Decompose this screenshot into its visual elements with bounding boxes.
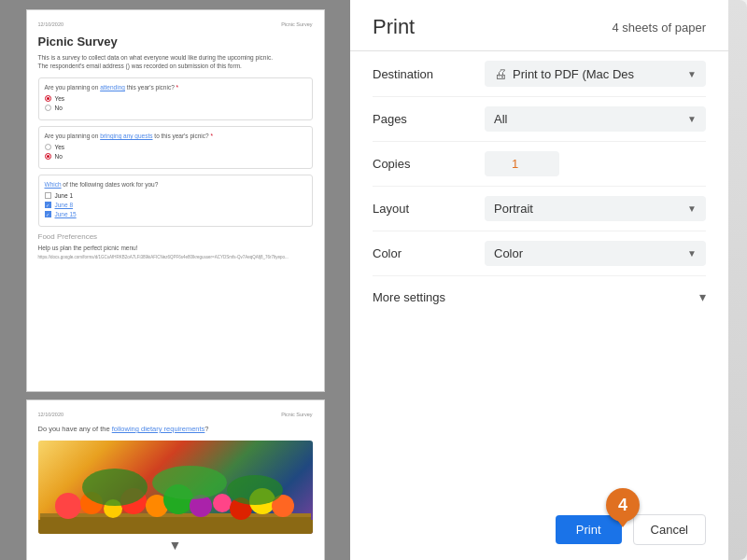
sheets-info: 4 sheets of paper xyxy=(613,21,706,35)
svg-point-14 xyxy=(152,466,227,499)
pages-value: All xyxy=(494,112,507,126)
q2-option-no: No xyxy=(45,153,306,160)
print-settings: Destination 🖨 Print to PDF (Mac Des ▼ Pa… xyxy=(350,51,728,499)
page-2-preview: 12/10/2020 Picnic Survey Do you have any… xyxy=(26,399,325,560)
question-1-box: Are you planning on attending this year'… xyxy=(38,77,313,120)
copies-input[interactable] xyxy=(485,151,559,176)
q3-june8-label: June 8 xyxy=(55,202,74,208)
pages-dropdown-arrow: ▼ xyxy=(687,114,697,124)
q3-june8-checkbox xyxy=(45,202,51,208)
color-dropdown[interactable]: Color ▼ xyxy=(485,241,706,266)
page1-date: 12/10/2020 xyxy=(38,21,64,27)
layout-dropdown[interactable]: Portrait ▼ xyxy=(485,196,706,221)
q3-june1-label: June 1 xyxy=(55,192,74,199)
svg-point-13 xyxy=(82,469,148,506)
q3-june15-checkbox xyxy=(45,211,51,217)
badge-container: 4 xyxy=(606,488,640,522)
copies-label: Copies xyxy=(373,157,485,171)
destination-dropdown[interactable]: 🖨 Print to PDF (Mac Des ▼ xyxy=(485,61,706,87)
color-row: Color Color ▼ xyxy=(373,231,706,276)
pages-row: Pages All ▼ xyxy=(373,97,706,142)
color-value: Color xyxy=(494,246,523,260)
question-2-text: Are you planning on bringing any guests … xyxy=(45,133,306,139)
q1-no-label: No xyxy=(55,105,63,111)
svg-rect-0 xyxy=(40,515,311,534)
print-footer: 4 Print Cancel xyxy=(350,499,728,560)
page-1-preview: 12/10/2020 Picnic Survey Picnic Survey T… xyxy=(26,9,325,392)
question-3-box: Which of the following dates work for yo… xyxy=(38,175,313,227)
layout-row: Layout Portrait ▼ xyxy=(373,187,706,231)
q2-no-radio xyxy=(45,153,51,160)
q1-option-no: No xyxy=(45,105,306,111)
destination-row: Destination 🖨 Print to PDF (Mac Des ▼ xyxy=(373,51,706,97)
q3-june15-label: June 15 xyxy=(55,211,77,217)
svg-point-2 xyxy=(55,493,81,519)
page1-url: https://docs.google.com/forms/d/1GCsAfHR… xyxy=(38,255,313,259)
destination-control: 🖨 Print to PDF (Mac Des ▼ xyxy=(485,61,706,87)
more-settings-row[interactable]: More settings ▾ xyxy=(373,276,706,317)
question-2-box: Are you planning on bringing any guests … xyxy=(38,126,313,169)
printer-icon: 🖨 xyxy=(494,66,507,81)
pages-label: Pages xyxy=(373,112,485,126)
dietary-question-text: Do you have any of the following dietary… xyxy=(38,425,313,433)
q1-yes-label: Yes xyxy=(55,95,65,102)
sheets-badge: 4 xyxy=(606,488,640,522)
q2-yes-radio xyxy=(45,144,51,150)
svg-point-15 xyxy=(227,475,283,505)
destination-label: Destination xyxy=(373,67,485,81)
survey-subtitle1: This is a survey to collect data on what… xyxy=(38,54,313,61)
survey-title: Picnic Survey xyxy=(38,35,313,49)
document-preview-panel: 12/10/2020 Picnic Survey Picnic Survey T… xyxy=(0,0,350,560)
q1-yes-radio xyxy=(45,95,51,102)
food-section-title: Food Preferences xyxy=(38,232,313,241)
survey-subtitle2: The respondent's email address () was re… xyxy=(38,63,313,69)
color-dropdown-arrow: ▼ xyxy=(687,248,697,259)
right-edge-decoration xyxy=(728,0,747,560)
copies-row: Copies xyxy=(373,142,706,187)
more-settings-chevron: ▾ xyxy=(699,289,706,304)
copies-control xyxy=(485,151,706,176)
print-panel: Print 4 sheets of paper Destination 🖨 Pr… xyxy=(350,0,728,560)
q2-yes-label: Yes xyxy=(55,144,65,150)
q2-option-yes: Yes xyxy=(45,144,306,150)
layout-label: Layout xyxy=(373,202,485,216)
destination-dropdown-arrow: ▼ xyxy=(687,69,697,79)
question-1-text: Are you planning on attending this year'… xyxy=(45,84,306,91)
q2-no-label: No xyxy=(55,153,63,160)
page2-date: 12/10/2020 xyxy=(38,412,64,417)
q1-option-yes: Yes xyxy=(45,95,306,102)
q3-option-june8: June 8 xyxy=(45,202,306,208)
fruit-image xyxy=(38,441,313,534)
scroll-down-arrow[interactable]: ▼ xyxy=(169,538,182,553)
q3-june1-checkbox xyxy=(45,192,51,199)
svg-point-9 xyxy=(213,494,232,512)
layout-control: Portrait ▼ xyxy=(485,196,706,221)
q3-option-june15: June 15 xyxy=(45,211,306,217)
q3-option-june1: June 1 xyxy=(45,192,306,199)
color-label: Color xyxy=(373,246,485,260)
print-title: Print xyxy=(373,15,415,39)
page1-survey-name: Picnic Survey xyxy=(281,21,312,27)
layout-dropdown-arrow: ▼ xyxy=(687,203,697,214)
food-help-text: Help us plan the perfect picnic menu! xyxy=(38,245,313,251)
q1-no-radio xyxy=(45,105,51,111)
color-control: Color ▼ xyxy=(485,241,706,266)
more-settings-label: More settings xyxy=(373,290,445,304)
page2-survey-name: Picnic Survey xyxy=(281,412,312,417)
print-header: Print 4 sheets of paper xyxy=(350,0,728,51)
question-3-text: Which of the following dates work for yo… xyxy=(45,181,306,188)
pages-dropdown[interactable]: All ▼ xyxy=(485,106,706,132)
layout-value: Portrait xyxy=(494,202,533,216)
pages-control: All ▼ xyxy=(485,106,706,132)
destination-value: Print to PDF (Mac Des xyxy=(513,67,634,81)
cancel-button[interactable]: Cancel xyxy=(633,514,706,545)
